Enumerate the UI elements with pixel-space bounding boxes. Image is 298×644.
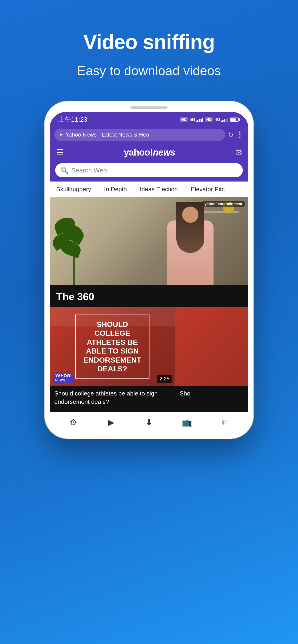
status-icons: HD 5G HD 4G: [180, 117, 240, 122]
browser-url-text: Yahoo News - Latest News & Hea: [66, 132, 220, 138]
mail-icon[interactable]: ✉: [235, 148, 242, 157]
tab-in-depth[interactable]: In Depth: [98, 182, 133, 197]
yahoo-news-header: ☰ yahoo!news ✉: [50, 144, 248, 161]
main-video-section[interactable]: yahoo! entertainment: [50, 197, 248, 285]
settings-line: [68, 429, 79, 429]
phone-shell: 上午11:23 HD 5G HD: [45, 101, 253, 438]
battery-icon: [230, 118, 240, 122]
download-icon: ⬇: [146, 418, 152, 427]
screen-line: [181, 429, 193, 429]
phone-mockup: 上午11:23 HD 5G HD: [45, 101, 253, 438]
plant-decoration: [57, 211, 94, 285]
signal-bars-5g: 5G: [190, 117, 203, 122]
hd-badge-2: HD: [205, 117, 213, 122]
endorsement-box: SHOULD COLLEGE ATHLETES BE ABLE TO SIGN …: [75, 314, 149, 378]
endorsement-text: SHOULD COLLEGE ATHLETES BE ABLE TO SIGN …: [82, 320, 143, 373]
tab-ideas-election[interactable]: Ideas Election: [133, 182, 184, 197]
video-card-2-thumb[interactable]: [175, 307, 248, 386]
hd-badge: HD: [180, 117, 188, 122]
browser-menu-icon[interactable]: ⋮: [236, 130, 244, 139]
signal-bars-4g: 4G: [215, 117, 228, 122]
video-card-2[interactable]: Sho: [175, 307, 248, 408]
video-cards-row: SHOULD COLLEGE ATHLETES BE ABLE TO SIGN …: [50, 307, 248, 412]
tab-skullduggery[interactable]: Skullduggery: [50, 182, 98, 197]
search-bar-container: 🔍 Search Web: [50, 161, 248, 182]
play-button[interactable]: ▶: [105, 418, 117, 429]
page-subtitle: Easy to download videos: [77, 63, 221, 78]
search-placeholder: Search Web: [71, 167, 107, 174]
screen-icon: 📺: [182, 418, 192, 427]
status-time: 上午11:23: [58, 115, 87, 124]
copy-button[interactable]: ⧉: [219, 418, 230, 429]
nav-tabs: Skullduggery In Depth Ideas Election Ele…: [50, 182, 248, 197]
hamburger-menu-icon[interactable]: ☰: [56, 148, 64, 157]
screen-button[interactable]: 📺: [181, 418, 193, 429]
play-icon: ▶: [108, 418, 114, 427]
status-bar: 上午11:23 HD 5G HD: [50, 112, 248, 126]
search-input-wrapper[interactable]: 🔍 Search Web: [55, 163, 243, 177]
video-duration: 2:25: [157, 375, 172, 383]
phone-screen: 上午11:23 HD 5G HD: [50, 112, 248, 434]
person-silhouette: [160, 202, 220, 285]
settings-button[interactable]: ⚙: [68, 418, 79, 429]
4g-label: 4G: [215, 117, 220, 122]
yahoo-logo-text: yahoo!: [124, 147, 153, 158]
yahoo-watermark: yahoo! entertainment: [202, 201, 245, 207]
browser-url-bar[interactable]: ➤ Yahoo News - Latest News & Hea: [54, 129, 225, 141]
video-card-1-caption: Should college athletes be able to sign …: [50, 386, 175, 408]
tab-elevator-pitch[interactable]: Elevator Pitc: [184, 182, 231, 197]
section-360-header: The 360: [50, 285, 248, 307]
page-title: Video sniffing: [83, 30, 215, 54]
video-card-2-caption: Sho: [175, 386, 248, 399]
download-button[interactable]: ⬇: [143, 418, 155, 429]
section-360-title: The 360: [56, 291, 242, 302]
main-video-thumb[interactable]: yahoo! entertainment: [50, 197, 248, 285]
yahoo-news-badge: YAHOO! NEWS: [53, 373, 74, 383]
refresh-icon[interactable]: ↻: [228, 131, 233, 139]
bottom-toolbar: ⚙ ▶ ⬇ 📺 ⧉: [50, 412, 248, 434]
download-line: [143, 429, 155, 429]
5g-label: 5G: [190, 117, 195, 122]
settings-icon: ⚙: [70, 418, 77, 427]
browser-bar: ➤ Yahoo News - Latest News & Hea ↻ ⋮: [50, 126, 248, 144]
copy-icon: ⧉: [222, 418, 228, 427]
copy-line: [219, 429, 230, 429]
yahoo-news-logo: yahoo!news: [124, 147, 175, 158]
video-card-1[interactable]: SHOULD COLLEGE ATHLETES BE ABLE TO SIGN …: [50, 307, 175, 408]
play-line: [105, 429, 117, 429]
yahoo-news-text: news: [153, 147, 175, 158]
location-icon: ➤: [59, 132, 63, 138]
search-icon: 🔍: [60, 166, 69, 174]
video-card-1-thumb[interactable]: SHOULD COLLEGE ATHLETES BE ABLE TO SIGN …: [50, 307, 175, 386]
phone-notch: [130, 106, 168, 109]
